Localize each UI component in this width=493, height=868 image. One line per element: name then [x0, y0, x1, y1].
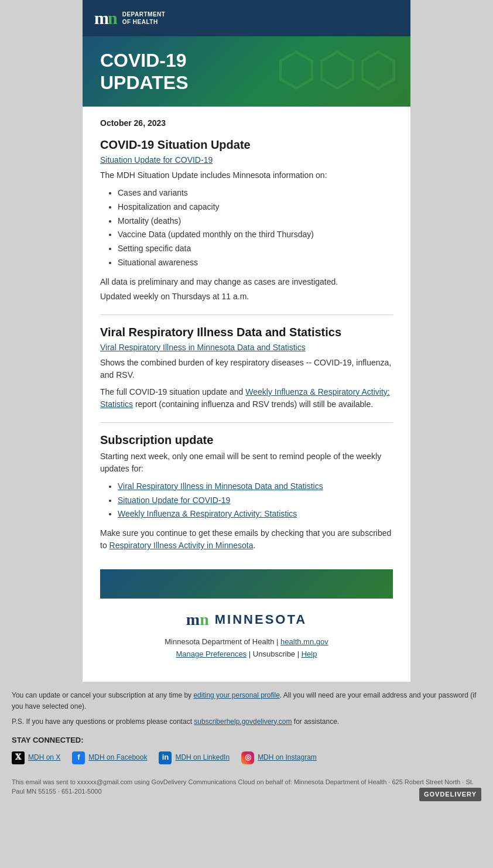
- email-container: mn DEPARTMENT OF HEALTH COVID-19 UPDATES…: [83, 0, 410, 682]
- x-icon: 𝕏: [12, 751, 25, 764]
- ps-text: P.S. If you have any questions or proble…: [12, 717, 194, 726]
- email-date: October 26, 2023: [100, 118, 393, 128]
- bullet-hospitalization: Hospitalization and capacity: [118, 200, 393, 214]
- logo-text-block: DEPARTMENT OF HEALTH: [122, 11, 166, 26]
- stay-connected-label: STAY CONNECTED:: [12, 734, 481, 747]
- social-x: 𝕏 MDH on X: [12, 751, 60, 764]
- social-linkedin: in MDH on LinkedIn: [159, 751, 230, 764]
- header-top: mn DEPARTMENT OF HEALTH: [83, 0, 410, 36]
- linkedin-icon: in: [159, 751, 172, 764]
- facebook-icon: f: [72, 751, 85, 764]
- social-instagram: ◎ MDH on Instagram: [241, 751, 317, 764]
- page-wrapper: mn DEPARTMENT OF HEALTH COVID-19 UPDATES…: [0, 0, 493, 811]
- footer-dept-text: Minnesota Department of Health |: [165, 637, 278, 646]
- section-viral: Viral Respiratory Illness Data and Stati…: [100, 326, 393, 411]
- email-footer-note: This email was sent to xxxxxx@gmail.com …: [0, 773, 493, 799]
- section3-intro: Starting next week, only one email will …: [100, 450, 393, 475]
- instagram-icon: ◎: [241, 751, 254, 764]
- banner-title-line1: COVID-19: [100, 49, 189, 71]
- social-row: 𝕏 MDH on X f MDH on Facebook in MDH on L…: [12, 751, 481, 764]
- footer-manage-link[interactable]: Manage Preferences: [176, 650, 247, 658]
- section3-outro: Make sure you continue to get these emai…: [100, 527, 393, 552]
- govdelivery-badge: GOVDELIVERY: [419, 788, 481, 801]
- section2-desc2: The full COVID-19 situation update and W…: [100, 386, 393, 411]
- contact-suffix: for assistance.: [292, 717, 339, 726]
- section2-desc2-suffix: report (containing influenza and RSV tre…: [133, 399, 373, 409]
- subscription-text: You can update or cancel your subscripti…: [12, 691, 193, 699]
- section1-bullets: Cases and variants Hospitalization and c…: [118, 186, 393, 270]
- preliminary-note: All data is preliminary and may change a…: [100, 276, 393, 288]
- outro-suffix: .: [253, 541, 255, 550]
- section2-title: Viral Respiratory Illness Data and Stati…: [100, 326, 393, 339]
- bullet-mortality: Mortality (deaths): [118, 214, 393, 228]
- footer-logo-m: mn: [186, 610, 209, 629]
- section3-title: Subscription update: [100, 433, 393, 447]
- header-logo: mn DEPARTMENT OF HEALTH: [94, 8, 399, 28]
- divider-2: [100, 422, 393, 423]
- section1-title: COVID-19 Situation Update: [100, 138, 393, 152]
- sub-link-covid[interactable]: Situation Update for COVID-19: [118, 495, 230, 505]
- instagram-link[interactable]: MDH on Instagram: [258, 752, 317, 763]
- sub-link-viral[interactable]: Viral Respiratory Illness in Minnesota D…: [118, 481, 323, 491]
- sub-bullet-covid: Situation Update for COVID-19: [118, 494, 393, 508]
- virus-decoration: ⬡⬡⬡: [276, 42, 399, 97]
- bullet-setting: Setting specific data: [118, 242, 393, 256]
- bullet-cases: Cases and variants: [118, 186, 393, 200]
- footer-unsubscribe-text: | Unsubscribe |: [249, 650, 299, 658]
- subscription-note: You can update or cancel your subscripti…: [12, 690, 481, 712]
- divider-1: [100, 315, 393, 315]
- dept-name-line2: OF HEALTH: [122, 18, 166, 26]
- email-body: October 26, 2023 COVID-19 Situation Upda…: [83, 107, 410, 682]
- header-banner: COVID-19 UPDATES ⬡⬡⬡: [83, 36, 410, 107]
- section1-link[interactable]: Situation Update for COVID-19: [100, 155, 213, 165]
- banner-title-line2: UPDATES: [100, 71, 189, 94]
- x-link[interactable]: MDH on X: [28, 752, 60, 763]
- footer-mn-text: MINNESOTA: [215, 612, 307, 627]
- respiratory-link[interactable]: Respiratory Illness Activity in Minnesot…: [109, 541, 254, 550]
- footer-health-link[interactable]: health.mn.gov: [280, 637, 328, 646]
- section2-desc1: Shows the combined burden of key respira…: [100, 357, 393, 381]
- section1-desc: The MDH Situation Update includes Minnes…: [100, 169, 393, 182]
- sub-bullet-viral: Viral Respiratory Illness in Minnesota D…: [118, 480, 393, 494]
- banner-title: COVID-19 UPDATES: [100, 49, 189, 94]
- edit-profile-link[interactable]: editing your personal profile: [193, 691, 279, 699]
- footer-banner-image: [100, 569, 393, 599]
- mn-logo-footer: mn MINNESOTA: [106, 610, 387, 629]
- linkedin-link[interactable]: MDH on LinkedIn: [175, 752, 230, 763]
- updated-note: Updated weekly on Thursdays at 11 a.m.: [100, 291, 393, 303]
- footer-links-row: Manage Preferences | Unsubscribe | Help: [106, 650, 387, 658]
- footer-logo-area: mn MINNESOTA Minnesota Department of Hea…: [100, 599, 393, 664]
- contact-link[interactable]: subscriberhelp.govdelivery.com: [194, 717, 292, 726]
- social-facebook: f MDH on Facebook: [72, 751, 147, 764]
- bullet-situational: Situational awareness: [118, 256, 393, 270]
- footer-help-link[interactable]: Help: [302, 650, 317, 658]
- footer-dept-line: Minnesota Department of Health | health.…: [106, 637, 387, 646]
- logo-m-letter: mn: [94, 8, 117, 28]
- facebook-link[interactable]: MDH on Facebook: [88, 752, 147, 763]
- bullet-vaccine: Vaccine Data (updated monthly on the thi…: [118, 228, 393, 242]
- dept-name-line1: DEPARTMENT: [122, 11, 166, 18]
- section-covid-update: COVID-19 Situation Update Situation Upda…: [100, 138, 393, 303]
- sub-bullet-weekly: Weekly Influenza & Respiratory Activity:…: [118, 507, 393, 521]
- section-subscription: Subscription update Starting next week, …: [100, 433, 393, 552]
- section2-desc2-prefix: The full COVID-19 situation update and: [100, 387, 245, 397]
- email-footer-text: This email was sent to xxxxxx@gmail.com …: [12, 778, 474, 795]
- ps-note: P.S. If you have any questions or proble…: [12, 716, 481, 727]
- section3-bullets: Viral Respiratory Illness in Minnesota D…: [118, 480, 393, 521]
- section2-link[interactable]: Viral Respiratory Illness in Minnesota D…: [100, 343, 306, 352]
- bottom-area: You can update or cancel your subscripti…: [0, 682, 493, 772]
- mdh-logo-icon: mn: [94, 8, 117, 28]
- sub-link-weekly[interactable]: Weekly Influenza & Respiratory Activity:…: [118, 509, 297, 518]
